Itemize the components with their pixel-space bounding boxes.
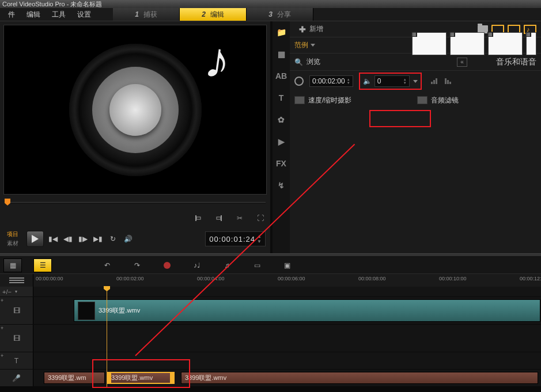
subtitle-icon[interactable]: ▭ (248, 258, 266, 272)
timeline-panel: ▦ ☰ ↶ ↷ ♪♩ ♬ ▭ ▣ 00:00:00:00 00:00:02:00… (0, 257, 541, 387)
category-label: 音乐和语音 (496, 57, 536, 67)
playback-controls: 项目 素材 ▮◀ ◀▮ ▮▶ ▶▮ ↻ 🔊 00:00:01:24 ▲▼ (5, 228, 266, 250)
expand-icon[interactable]: ⛶ (255, 213, 266, 223)
menu-settings[interactable]: 设置 (71, 9, 97, 21)
tab-graphic-icon[interactable]: ✿ (275, 113, 287, 126)
audio-clip-selected[interactable]: 3399联盟.wmv (107, 372, 175, 384)
collapse-icon[interactable]: « (457, 58, 467, 67)
search-icon: 🔍 (294, 58, 303, 66)
tab-filter-icon[interactable]: ▶ (275, 135, 287, 148)
volume-icon[interactable]: 🔊 (122, 233, 134, 245)
app-title: Corel VideoStudio Pro - 未命名标题 (2, 1, 102, 7)
volume-dropdown-icon[interactable] (413, 80, 418, 83)
library-thumb-3[interactable] (488, 32, 523, 55)
overlay-track-head[interactable]: +🎞 (0, 325, 33, 352)
preview-viewport[interactable]: ♪ (3, 25, 267, 195)
timecode-display[interactable]: 00:00:01:24 ▲▼ (205, 231, 266, 246)
music-note-icon: ♪ (202, 33, 234, 87)
clip-thumb (78, 302, 95, 320)
tab-fx-icon[interactable]: FX (275, 157, 287, 170)
cut-icon[interactable]: ✂ (234, 213, 245, 223)
step-capture[interactable]: 1 捕获 (113, 8, 180, 21)
chapter-icon[interactable]: ▣ (278, 258, 296, 272)
svg-point-12 (164, 262, 171, 269)
speed-option[interactable]: 速度/缩时摄影 (294, 96, 351, 105)
audio-clip-1[interactable]: 3399联盟.wm (44, 372, 105, 384)
menu-file[interactable]: 件 (2, 9, 21, 21)
overlay-track[interactable] (33, 325, 541, 352)
timecode-spinner[interactable]: ▲▼ (257, 234, 262, 244)
svg-rect-7 (433, 80, 435, 84)
video-clip[interactable]: 3399联盟.wmv (74, 299, 540, 322)
play-button[interactable] (27, 231, 44, 247)
volume-section: 🔈 0 ▲▼ (359, 73, 422, 90)
svg-marker-4 (32, 235, 39, 243)
seek-knob[interactable] (5, 199, 10, 205)
repeat-icon[interactable]: ↻ (107, 233, 119, 245)
mode-project[interactable]: 项目 (5, 230, 21, 239)
add-folder-button[interactable]: ✚ 新增 (294, 23, 328, 35)
menu-tools[interactable]: 工具 (46, 9, 71, 21)
undo-icon[interactable]: ↶ (98, 258, 116, 272)
tab-title-icon[interactable]: T (275, 92, 287, 104)
step-share[interactable]: 3 分享 (247, 8, 313, 21)
tab-title-ab-icon[interactable]: AB (275, 70, 287, 82)
title-track[interactable] (33, 352, 541, 369)
add-track-button[interactable]: +/−▾ (0, 287, 33, 296)
svg-rect-9 (445, 78, 447, 84)
ruler-settings-icon[interactable] (0, 274, 33, 287)
duration-input[interactable]: 0:00:02:00 ▲▼ (309, 75, 353, 87)
timeline-toolbar: ▦ ☰ ↶ ↷ ♪♩ ♬ ▭ ▣ (0, 257, 541, 274)
video-track-head[interactable]: +🎞 (0, 297, 33, 324)
title-track-head[interactable]: +T (0, 352, 33, 369)
title-bar: Corel VideoStudio Pro - 未命名标题 (0, 0, 541, 8)
tab-path-icon[interactable]: ↯ (275, 179, 287, 192)
clock-icon (294, 77, 304, 86)
library-dropdown[interactable]: 范例 (294, 40, 315, 50)
audio-clip-3[interactable]: 3399联盟.wmv (181, 372, 538, 384)
menu-edit[interactable]: 编辑 (21, 9, 46, 21)
mark-in-icon[interactable] (193, 213, 203, 223)
auto-music-icon[interactable]: ♬ (218, 258, 236, 272)
library-thumb-4[interactable] (526, 32, 536, 55)
plus-icon: ✚ (299, 25, 306, 34)
duration-spinner[interactable]: ▲▼ (347, 78, 350, 85)
mixer-icon[interactable]: ♪♩ (188, 258, 206, 272)
storyboard-view-icon[interactable]: ▦ (3, 258, 22, 272)
tab-media-icon[interactable]: 📁 (275, 26, 287, 39)
step-edit[interactable]: 2 编辑 (180, 8, 247, 21)
library-thumb-1[interactable] (412, 32, 447, 55)
time-ruler[interactable]: 00:00:00:00 00:00:02:00 00:00:04:00 00:0… (33, 274, 541, 287)
svg-rect-6 (431, 82, 433, 84)
svg-rect-8 (436, 78, 437, 84)
seek-bar[interactable] (5, 197, 266, 208)
next-frame-icon[interactable]: ▮▶ (77, 233, 89, 245)
speaker-icon: 🔈 (363, 77, 371, 85)
fade-in-icon[interactable] (431, 77, 441, 85)
record-icon[interactable] (158, 258, 176, 272)
svg-rect-1 (196, 217, 200, 219)
audio-filter-option[interactable]: 音频滤镜 (417, 96, 459, 105)
track-area: +/−▾ +🎞 3399联盟.wmv +🎞 +T 🎤 3399联盟 (0, 287, 541, 387)
goto-start-icon[interactable]: ▮◀ (47, 233, 59, 245)
goto-end-icon[interactable]: ▶▮ (92, 233, 104, 245)
browse-button[interactable]: 🔍 浏览 (294, 57, 320, 67)
library-tabs: 📁 ▦ AB T ✿ ▶ FX ↯ (273, 21, 290, 253)
preview-panel: ♪ ✂ ⛶ 项目 素材 ▮◀ ◀▮ ▮▶ ▶▮ ↻ 🔊 (0, 21, 270, 253)
tab-transition-icon[interactable]: ▦ (275, 48, 287, 60)
volume-input[interactable]: 0 ▲▼ (374, 75, 410, 87)
fade-out-icon[interactable] (445, 77, 455, 85)
prev-frame-icon[interactable]: ◀▮ (62, 233, 74, 245)
video-track[interactable]: 3399联盟.wmv (33, 297, 541, 324)
voice-track[interactable]: 3399联盟.wm 3399联盟.wmv 3399联盟.wmv (33, 370, 541, 386)
main-area: ♪ ✂ ⛶ 项目 素材 ▮◀ ◀▮ ▮▶ ▶▮ ↻ 🔊 (0, 21, 541, 253)
mark-out-icon[interactable] (214, 213, 224, 223)
library-thumb-2[interactable] (450, 32, 485, 55)
redo-icon[interactable]: ↷ (128, 258, 146, 272)
svg-rect-11 (449, 82, 451, 84)
timeline-view-icon[interactable]: ☰ (33, 258, 52, 272)
chevron-down-icon (311, 44, 315, 47)
volume-spinner[interactable]: ▲▼ (403, 78, 407, 85)
voice-track-head[interactable]: 🎤 (0, 370, 33, 386)
mode-clip[interactable]: 素材 (5, 239, 21, 248)
